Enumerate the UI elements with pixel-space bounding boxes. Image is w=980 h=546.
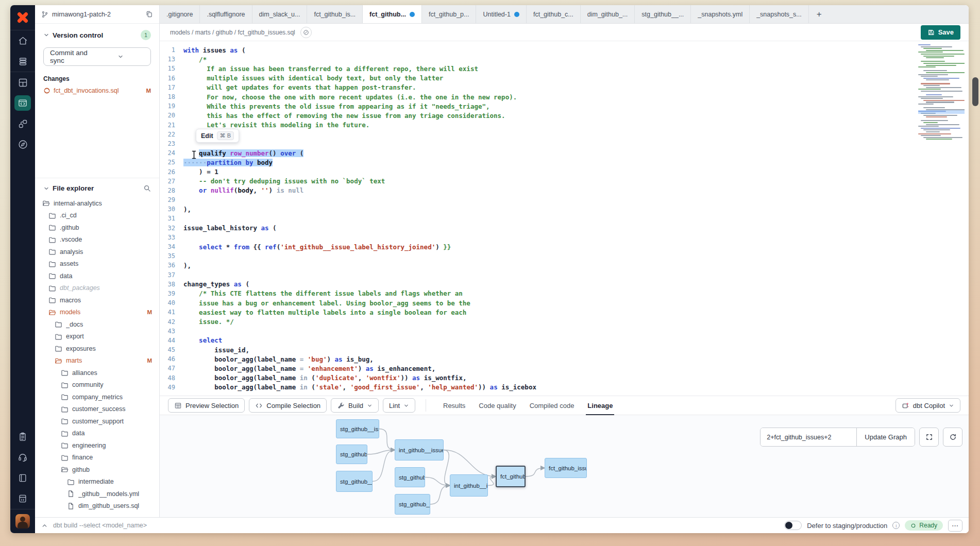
fullscreen-button[interactable] bbox=[919, 428, 939, 447]
file-tree-folder[interactable]: assets bbox=[35, 258, 159, 270]
info-icon[interactable]: i bbox=[892, 522, 900, 529]
code-line[interactable]: 33 bbox=[160, 233, 969, 242]
minimap[interactable] bbox=[918, 44, 965, 174]
build-button[interactable]: Build bbox=[331, 398, 379, 413]
user-avatar[interactable] bbox=[10, 509, 35, 533]
dbt-logo[interactable] bbox=[10, 5, 35, 30]
code-line[interactable]: 40 issue has a bug or enhancement label.… bbox=[160, 298, 969, 308]
editor-tab[interactable]: fct_github... bbox=[363, 5, 422, 23]
copy-link-icon[interactable] bbox=[300, 27, 312, 38]
support-icon[interactable] bbox=[10, 447, 35, 468]
editor-tab[interactable]: Untitled-1 bbox=[476, 5, 527, 23]
code-line[interactable]: 27 -- don't try deduping issues with no … bbox=[160, 177, 969, 186]
changed-file-row[interactable]: fct_dbt_invocations.sql M bbox=[43, 87, 151, 94]
file-tree-folder[interactable]: alliances bbox=[35, 367, 159, 379]
file-tree-folder[interactable]: _docs bbox=[35, 318, 159, 331]
code-line[interactable]: 16 multiple issues with identical body t… bbox=[160, 74, 969, 83]
file-tree-folder[interactable]: engineering bbox=[35, 439, 159, 452]
editor-tab[interactable]: fct_github_c... bbox=[527, 5, 581, 23]
editor-tab[interactable]: fct_github_is... bbox=[307, 5, 363, 23]
editor-tab[interactable]: .gitignore bbox=[160, 5, 200, 23]
compile-selection-button[interactable]: Compile Selection bbox=[249, 398, 327, 413]
code-line[interactable]: 45 issue_id, bbox=[160, 345, 969, 354]
code-editor[interactable]: 1with issues as (13 /*15 If an issue has… bbox=[160, 41, 969, 396]
lineage-node[interactable]: stg_github_... bbox=[395, 467, 425, 487]
code-line[interactable]: 29 bbox=[160, 195, 969, 204]
save-button[interactable]: Save bbox=[921, 25, 960, 40]
code-line[interactable]: 37 bbox=[160, 270, 969, 280]
code-line[interactable]: 19 While this prevents the old issue fro… bbox=[160, 101, 969, 111]
code-line[interactable]: 49 boolor_agg(label_name in ('stale', 'g… bbox=[160, 383, 969, 392]
lineage-node[interactable]: stg_github__iss... bbox=[336, 471, 373, 492]
file-tree-folder[interactable]: export bbox=[35, 331, 159, 343]
code-line[interactable]: 39 /* This CTE flattens the different is… bbox=[160, 289, 969, 298]
file-tree-folder[interactable]: .ci_cd bbox=[35, 210, 159, 222]
code-line[interactable]: 20 this has the effect of removing the n… bbox=[160, 111, 969, 120]
file-tree-folder[interactable]: .vscode bbox=[35, 234, 159, 246]
file-tree-folder[interactable]: macros bbox=[35, 294, 159, 306]
edit-button[interactable]: Edit bbox=[201, 132, 213, 140]
refresh-button[interactable] bbox=[943, 428, 962, 447]
jobs-icon[interactable] bbox=[10, 113, 35, 134]
file-tree-folder[interactable]: modelsM bbox=[35, 306, 159, 319]
code-line[interactable]: 22 bbox=[160, 130, 969, 139]
branch-row[interactable]: mirnawong1-patch-2 bbox=[35, 5, 159, 24]
editor-tab[interactable]: dim_github_... bbox=[581, 5, 635, 23]
lint-button[interactable]: Lint bbox=[383, 398, 415, 413]
lineage-node[interactable]: stg_github__issue_... bbox=[336, 419, 379, 438]
lineage-node[interactable]: stg_github__re... bbox=[395, 494, 430, 515]
file-tree-folder[interactable]: finance bbox=[35, 452, 159, 464]
dashboard-icon[interactable] bbox=[10, 72, 35, 93]
library-icon[interactable] bbox=[10, 488, 35, 509]
lineage-node[interactable]: int_github__iss... bbox=[450, 474, 488, 497]
code-line[interactable]: 43 bbox=[160, 327, 969, 336]
code-line[interactable]: 46 boolor_agg(label_name = 'bug') as is_… bbox=[160, 354, 969, 364]
code-line[interactable]: 24 qualify row_number() over ( bbox=[160, 148, 969, 158]
file-tree-folder[interactable]: company_metrics bbox=[35, 391, 159, 403]
code-line[interactable]: 25······partition by body bbox=[160, 158, 969, 167]
copy-icon[interactable] bbox=[145, 10, 153, 18]
dbt-copilot-button[interactable]: dbt Copilot bbox=[895, 398, 960, 413]
lineage-selector-input[interactable] bbox=[761, 428, 856, 446]
code-line[interactable]: 38change_types as ( bbox=[160, 280, 969, 289]
search-icon[interactable] bbox=[143, 184, 151, 192]
projects-icon[interactable] bbox=[10, 51, 35, 72]
code-line[interactable]: 23 bbox=[160, 139, 969, 148]
code-line[interactable]: 42 issue. */ bbox=[160, 317, 969, 326]
panel-tab-compiled-code[interactable]: Compiled code bbox=[523, 396, 581, 415]
code-line[interactable]: 36), bbox=[160, 261, 969, 270]
editor-tab[interactable]: _snapshots.yml bbox=[691, 5, 750, 23]
code-line[interactable]: 41 easiest way to flatten multiple label… bbox=[160, 308, 969, 317]
file-tree-folder[interactable]: intermediate bbox=[35, 476, 159, 488]
commit-and-sync-dropdown[interactable]: Commit and sync bbox=[43, 47, 151, 66]
editor-tab[interactable]: .sqlfluffignore bbox=[200, 5, 252, 23]
collapse-chevron-icon[interactable] bbox=[41, 522, 48, 529]
more-options-button[interactable]: ⋯ bbox=[948, 520, 962, 532]
preview-selection-button[interactable]: Preview Selection bbox=[168, 398, 245, 413]
code-line[interactable]: 30), bbox=[160, 204, 969, 214]
file-tree-folder[interactable]: github bbox=[35, 464, 159, 476]
page-scrollbar-thumb[interactable] bbox=[972, 77, 978, 106]
code-line[interactable]: 28 or nullif(body, '') is null bbox=[160, 186, 969, 195]
version-control-header[interactable]: Version control 1 bbox=[43, 30, 151, 40]
new-tab-button[interactable]: + bbox=[809, 5, 830, 23]
code-line[interactable]: 47 boolor_agg(label_name = 'enhancement'… bbox=[160, 364, 969, 373]
editor-tab[interactable]: dim_slack_u... bbox=[252, 5, 308, 23]
update-graph-button[interactable]: Update Graph bbox=[856, 428, 915, 446]
file-tree-file[interactable]: dim_github_users.sql bbox=[35, 500, 159, 513]
code-line[interactable]: 26 ) = 1 bbox=[160, 167, 969, 176]
defer-toggle[interactable] bbox=[784, 521, 802, 530]
file-tree-folder[interactable]: internal-analytics bbox=[35, 197, 159, 210]
panel-tab-results[interactable]: Results bbox=[436, 396, 472, 415]
docs-icon[interactable] bbox=[10, 468, 35, 488]
file-tree-folder[interactable]: data bbox=[35, 428, 159, 440]
code-line[interactable]: 13 /* bbox=[160, 55, 969, 64]
file-tree-folder[interactable]: exposures bbox=[35, 343, 159, 355]
panel-tab-lineage[interactable]: Lineage bbox=[581, 396, 619, 415]
code-line[interactable]: 35 bbox=[160, 251, 969, 261]
dbt-command-input[interactable] bbox=[53, 522, 779, 529]
file-tree-folder[interactable]: customer_support bbox=[35, 415, 159, 428]
file-tree-folder[interactable]: analysis bbox=[35, 246, 159, 258]
file-explorer-header[interactable]: File explorer bbox=[35, 184, 159, 192]
panel-tab-code-quality[interactable]: Code quality bbox=[472, 396, 522, 415]
